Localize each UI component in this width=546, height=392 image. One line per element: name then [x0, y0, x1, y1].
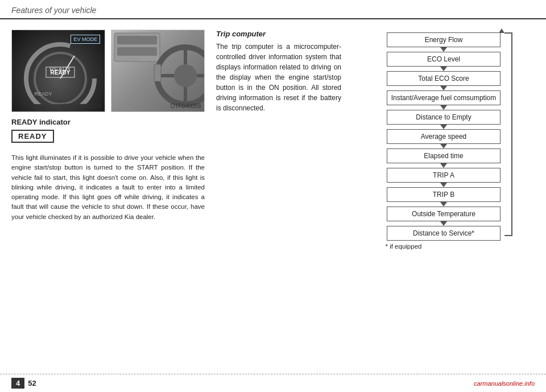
- flow-box: TRIP B: [387, 187, 500, 202]
- flow-arrow-icon: [440, 202, 447, 207]
- flow-box: Instant/Average fuel comsumptiom: [387, 90, 500, 105]
- gauge-svg: READY READY READY: [12, 30, 105, 104]
- footer-page-num: 4 52: [11, 378, 40, 389]
- flow-box: Total ECO Score: [387, 71, 500, 86]
- flow-item: TRIP B: [387, 187, 500, 207]
- flow-box: Distance to Empty: [387, 110, 500, 125]
- flow-box: Energy Flow: [387, 32, 500, 47]
- flow-item: Outside Temperature: [387, 207, 500, 226]
- flow-chart: Energy FlowECO LevelTotal ECO ScoreInsta…: [386, 32, 502, 241]
- flow-item: Elapsed time: [387, 148, 500, 168]
- dashboard-sim: EV MODE READY READY READY: [12, 30, 105, 112]
- flow-arrow-icon: [440, 221, 447, 226]
- footer-section-number: 4: [11, 378, 24, 389]
- flow-item: Instant/Average fuel comsumptiom: [387, 90, 500, 110]
- flow-item: Distance to Service*: [387, 226, 500, 241]
- svg-rect-8: [117, 36, 157, 44]
- footer-page-number: 52: [24, 378, 39, 389]
- image-left-label: OTFH040227N: [63, 103, 101, 109]
- if-equipped-note: * if equipped: [386, 243, 502, 250]
- ready-badge: READY: [11, 130, 54, 143]
- flow-item: Energy Flow: [387, 32, 500, 52]
- svg-point-11: [174, 64, 197, 87]
- svg-text:READY: READY: [34, 91, 52, 97]
- flow-box: Outside Temperature: [387, 207, 500, 221]
- flow-item: ECO Level: [387, 52, 500, 71]
- flow-arrow-icon: [440, 163, 447, 168]
- svg-text:READY: READY: [50, 69, 70, 76]
- right-column: Energy FlowECO LevelTotal ECO ScoreInsta…: [353, 30, 535, 250]
- flow-arrow-icon: [440, 67, 447, 71]
- flow-box: Average speed: [387, 129, 500, 144]
- body-text: This light illuminates if it is possible…: [11, 153, 205, 222]
- flow-item: Total ECO Score: [387, 71, 500, 90]
- ready-indicator-section: READY indicator READY: [11, 118, 205, 147]
- steering-svg: [111, 30, 205, 110]
- footer-watermark: carmanualsonline.info: [474, 380, 535, 387]
- flow-arrow-icon: [440, 144, 447, 148]
- svg-rect-16: [154, 64, 161, 81]
- flow-chart-wrapper: Energy FlowECO LevelTotal ECO ScoreInsta…: [386, 32, 502, 250]
- trip-computer-title: Trip computer: [216, 30, 341, 38]
- flow-box: Elapsed time: [387, 148, 500, 163]
- dashboard-image: EV MODE READY READY READY OTFH040227: [11, 30, 105, 112]
- flow-item: Average speed: [387, 129, 500, 148]
- left-column: EV MODE READY READY READY OTFH040227: [11, 30, 205, 250]
- flow-box: TRIP A: [387, 168, 500, 183]
- ready-indicator-title: READY indicator: [11, 118, 205, 126]
- flow-arrow-icon: [440, 86, 447, 90]
- page-title: Features of your vehicle: [11, 6, 96, 15]
- middle-column: Trip computer The trip computer is a mic…: [216, 30, 341, 250]
- ready-indicator-left: READY indicator READY: [11, 118, 205, 147]
- flow-box: Distance to Service*: [387, 226, 500, 241]
- flow-item: Distance to Empty: [387, 110, 500, 129]
- svg-rect-9: [117, 47, 157, 56]
- flow-arrow-icon: [440, 125, 447, 129]
- side-bracket: [504, 32, 512, 236]
- flow-arrow-icon: [440, 183, 447, 187]
- images-row: EV MODE READY READY READY OTFH040227: [11, 30, 205, 112]
- flow-arrow-icon: [440, 47, 447, 52]
- steering-sim: [111, 30, 204, 112]
- flow-box: ECO Level: [387, 52, 500, 67]
- trip-computer-text: The trip computer is a microcomputer-con…: [216, 42, 341, 113]
- steering-image: OTF040059: [111, 30, 205, 112]
- image-right-label: OTF040059: [171, 103, 201, 109]
- main-content: EV MODE READY READY READY OTFH040227: [0, 19, 546, 255]
- flow-arrow-icon: [440, 105, 447, 110]
- page-header: Features of your vehicle: [0, 0, 546, 19]
- page-footer: 4 52 carmanualsonline.info: [0, 374, 546, 392]
- flow-item: TRIP A: [387, 168, 500, 187]
